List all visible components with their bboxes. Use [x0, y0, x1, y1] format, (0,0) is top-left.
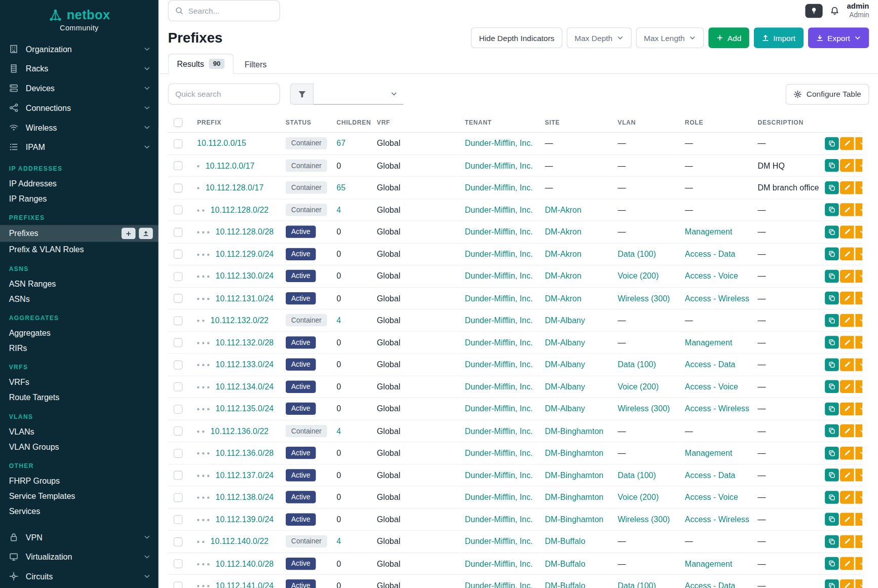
row-actions-dropdown[interactable] [855, 557, 862, 570]
sidebar-item-asns[interactable]: ASNs [0, 291, 159, 306]
sidebar-item-vlans[interactable]: VLANs [0, 424, 159, 439]
notifications-bell-icon[interactable] [830, 6, 839, 16]
role-link[interactable]: Access - Voice [685, 493, 738, 502]
edit-button[interactable] [840, 204, 854, 216]
row-checkbox[interactable] [174, 537, 183, 546]
tenant-link[interactable]: Dunder-Mifflin, Inc. [465, 382, 532, 391]
row-actions-dropdown[interactable] [855, 336, 862, 348]
sidebar-item-vpn[interactable]: VPN [0, 527, 159, 547]
tenant-link[interactable]: Dunder-Mifflin, Inc. [465, 271, 532, 281]
export-button[interactable]: Export [808, 27, 869, 48]
vlan-link[interactable]: Voice (200) [618, 382, 659, 391]
row-checkbox[interactable] [174, 162, 183, 171]
row-checkbox[interactable] [174, 183, 183, 192]
copy-button[interactable] [825, 336, 839, 348]
sidebar-item-circuits[interactable]: Circuits [0, 567, 159, 586]
row-checkbox[interactable] [174, 228, 183, 237]
column-header-status[interactable]: STATUS [280, 112, 331, 132]
edit-button[interactable] [840, 181, 854, 194]
row-actions-dropdown[interactable] [855, 292, 862, 304]
edit-button[interactable] [840, 225, 854, 238]
tenant-link[interactable]: Dunder-Mifflin, Inc. [465, 139, 532, 148]
children-link[interactable]: 4 [336, 537, 341, 546]
column-header-role[interactable]: ROLE [679, 112, 752, 132]
role-link[interactable]: Access - Voice [685, 382, 738, 391]
column-header-site[interactable]: SITE [539, 112, 612, 132]
copy-button[interactable] [825, 358, 839, 371]
sidebar-item-devices[interactable]: Devices [0, 79, 159, 98]
edit-button[interactable] [840, 468, 854, 481]
tenant-link[interactable]: Dunder-Mifflin, Inc. [465, 227, 532, 237]
tenant-link[interactable]: Dunder-Mifflin, Inc. [465, 250, 532, 259]
row-checkbox[interactable] [174, 493, 183, 502]
children-link[interactable]: 4 [336, 205, 341, 214]
prefix-link[interactable]: 10.112.129.0/24 [216, 250, 274, 259]
prefix-link[interactable]: 10.112.128.0/28 [216, 227, 274, 237]
role-link[interactable]: Access - Data [685, 360, 736, 369]
site-link[interactable]: DM-Binghamton [545, 426, 603, 436]
sidebar-item-route-targets[interactable]: Route Targets [0, 389, 159, 405]
copy-button[interactable] [825, 557, 839, 570]
site-link[interactable]: DM-Buffalo [545, 581, 585, 588]
edit-button[interactable] [840, 402, 854, 415]
sidebar-item-wireless[interactable]: Wireless [0, 117, 159, 137]
edit-button[interactable] [840, 292, 854, 304]
prefix-link[interactable]: 10.112.135.0/24 [216, 404, 274, 413]
site-link[interactable]: DM-Buffalo [545, 537, 585, 546]
copy-button[interactable] [825, 424, 839, 437]
tenant-link[interactable]: Dunder-Mifflin, Inc. [465, 449, 532, 458]
row-checkbox[interactable] [174, 139, 183, 148]
quick-search-input[interactable] [168, 84, 280, 105]
column-header-description[interactable]: DESCRIPTION [752, 112, 819, 132]
vlan-link[interactable]: Wireless (300) [618, 404, 670, 413]
sidebar-item-asn-ranges[interactable]: ASN Ranges [0, 276, 159, 291]
row-actions-dropdown[interactable] [855, 579, 862, 588]
sidebar-item-racks[interactable]: Racks [0, 59, 159, 79]
site-link[interactable]: DM-Binghamton [545, 493, 603, 502]
row-actions-dropdown[interactable] [855, 535, 862, 547]
edit-button[interactable] [840, 358, 854, 371]
copy-button[interactable] [825, 181, 839, 194]
sidebar-item-service-templates[interactable]: Service Templates [0, 488, 159, 503]
row-actions-dropdown[interactable] [855, 468, 862, 481]
role-link[interactable]: Access - Data [685, 250, 736, 259]
row-actions-dropdown[interactable] [855, 269, 862, 282]
prefix-link[interactable]: 10.112.134.0/24 [216, 382, 274, 391]
prefix-link[interactable]: 10.112.128.0/22 [211, 205, 269, 214]
role-link[interactable]: Access - Voice [685, 271, 738, 281]
site-link[interactable]: DM-Albany [545, 404, 585, 413]
row-checkbox[interactable] [174, 471, 183, 480]
prefix-link[interactable]: 10.112.132.0/28 [216, 338, 274, 347]
site-link[interactable]: DM-Albany [545, 360, 585, 369]
sidebar-item-ip-ranges[interactable]: IP Ranges [0, 191, 159, 206]
select-all-checkbox[interactable] [174, 118, 183, 127]
hide-depth-indicators-button[interactable]: Hide Depth Indicators [471, 27, 562, 48]
children-link[interactable]: 65 [336, 183, 346, 192]
copy-button[interactable] [825, 402, 839, 415]
edit-button[interactable] [840, 248, 854, 260]
row-actions-dropdown[interactable] [855, 248, 862, 260]
prefix-link[interactable]: 10.112.128.0/17 [206, 183, 264, 192]
copy-button[interactable] [825, 159, 839, 172]
copy-button[interactable] [825, 579, 839, 588]
prefix-link[interactable]: 10.112.131.0/24 [216, 294, 274, 303]
edit-button[interactable] [840, 137, 854, 150]
edit-button[interactable] [840, 557, 854, 570]
tenant-link[interactable]: Dunder-Mifflin, Inc. [465, 316, 532, 325]
sidebar-item-ip-addresses[interactable]: IP Addresses [0, 176, 159, 191]
row-actions-dropdown[interactable] [855, 491, 862, 503]
add-button[interactable]: Add [708, 27, 749, 48]
column-header-vlan[interactable]: VLAN [612, 112, 679, 132]
copy-button[interactable] [825, 468, 839, 481]
tenant-link[interactable]: Dunder-Mifflin, Inc. [465, 515, 532, 524]
sidebar-item-ipam[interactable]: IPAM [0, 137, 159, 157]
tenant-link[interactable]: Dunder-Mifflin, Inc. [465, 360, 532, 369]
site-link[interactable]: DM-Binghamton [545, 449, 603, 458]
prefix-link[interactable]: 10.112.0.0/17 [206, 161, 255, 170]
site-link[interactable]: DM-Akron [545, 250, 581, 259]
role-link[interactable]: Management [685, 559, 733, 568]
site-link[interactable]: DM-Binghamton [545, 515, 603, 524]
edit-button[interactable] [840, 535, 854, 547]
copy-button[interactable] [825, 225, 839, 238]
copy-button[interactable] [825, 269, 839, 282]
